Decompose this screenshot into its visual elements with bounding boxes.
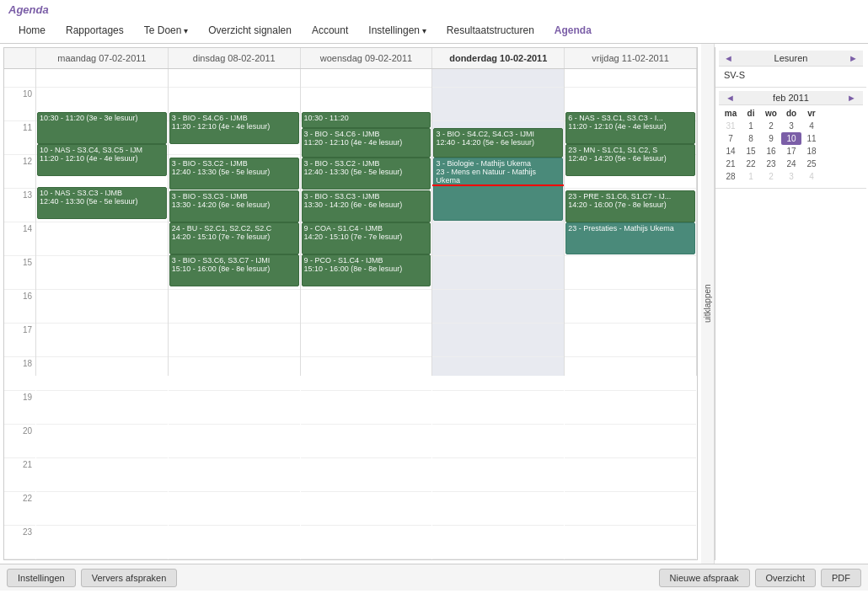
cal-day-31[interactable]: 31	[721, 120, 741, 132]
instellingen-button[interactable]: Instellingen	[7, 569, 76, 587]
event-tue-bu[interactable]: 24 - BU - S2.C1, S2.C2, S2.C 14:20 - 15:…	[169, 222, 299, 254]
hour-16-mon	[36, 290, 168, 324]
cal-day-15[interactable]: 15	[741, 145, 761, 158]
day-header-wed[interactable]: woensdag 09-02-2011	[301, 48, 433, 68]
event-wed-bio1[interactable]: 3 - BIO - S4.C6 - IJMB 11:20 - 12:10 (4e…	[302, 128, 431, 158]
nav-agenda[interactable]: Agenda	[544, 21, 602, 40]
event-subtitle: 11:20 - 12:10 (4e - 4e lesuur)	[172, 122, 297, 131]
event-thu-biologie[interactable]: 3 - Biologie - Mathijs Ukema 23 - Mens e…	[433, 158, 563, 221]
cal-day-3[interactable]: 3	[781, 120, 801, 132]
cal-day-17[interactable]: 17	[781, 145, 801, 158]
day-headers: maandag 07-02-2011 dinsdag 08-02-2011 wo…	[4, 48, 697, 69]
event-subtitle: 12:40 - 14:20 (5e - 6e lesuur)	[568, 154, 693, 163]
time-label-16: 16	[4, 290, 35, 324]
pdf-button[interactable]: PDF	[821, 569, 861, 587]
nav-overzicht[interactable]: Overzicht signalen	[198, 21, 302, 40]
cal-day-28[interactable]: 28	[721, 170, 741, 183]
event-subtitle: 13:30 - 14:20 (6e - 6e lesuur)	[304, 201, 429, 209]
cal-day-7[interactable]: 7	[721, 132, 741, 145]
nav-te-doen[interactable]: Te Doen	[134, 21, 198, 40]
cal-day-9[interactable]: 9	[761, 132, 781, 145]
hour-9-tue	[169, 69, 300, 88]
ververs-button[interactable]: Ververs afspraken	[81, 569, 178, 587]
event-wed-bio3[interactable]: 3 - BIO - S3.C3 - IJMB 13:30 - 14:20 (6e…	[302, 190, 431, 222]
hour-15-fri	[565, 256, 696, 290]
nieuwe-afspraak-button[interactable]: Nieuwe afspraak	[659, 569, 750, 587]
hour-20-fri	[565, 425, 696, 458]
event-subtitle: 12:40 - 13:30 (5e - 5e lesuur)	[304, 168, 429, 176]
cal-day-16[interactable]: 16	[761, 145, 781, 158]
event-tue-bio3[interactable]: 3 - BIO - S3.C3 - IJMB 13:30 - 14:20 (6e…	[169, 190, 299, 222]
cal-day-14[interactable]: 14	[721, 145, 741, 158]
cal-day-21[interactable]: 21	[721, 158, 741, 170]
event-title: 9 - COA - S1.C4 - IJMB	[304, 224, 429, 233]
event-tue-bio4[interactable]: 3 - BIO - S3.C6, S3.C7 - IJMI 15:10 - 16…	[169, 254, 299, 286]
hour-17-fri	[565, 324, 696, 357]
hour-22-fri	[565, 492, 696, 526]
cal-day-2[interactable]: 2	[761, 120, 781, 132]
nav-rapportages[interactable]: Rapportages	[56, 21, 134, 40]
uitklappen-button[interactable]: uitklappen	[701, 44, 715, 564]
nav-home[interactable]: Home	[8, 21, 56, 40]
bottom-left-buttons: Instellingen Ververs afspraken	[7, 569, 177, 587]
mini-cal-year: 2011	[788, 93, 808, 103]
hour-23-wed	[301, 526, 432, 559]
prev-lesuren[interactable]: ◄	[724, 53, 733, 63]
event-thu-bio1[interactable]: 3 - BIO - S4.C2, S4.C3 - IJMI 12:40 - 14…	[433, 128, 563, 158]
calendar: maandag 07-02-2011 dinsdag 08-02-2011 wo…	[3, 47, 698, 560]
calendar-body[interactable]: 4 5 6 7 8 9 10 11 12 13 14 15 16 17 18 1…	[4, 69, 697, 559]
hour-17-wed	[301, 324, 432, 357]
event-wed-1030[interactable]: 10:30 - 11:20	[302, 112, 431, 128]
day-header-mon[interactable]: maandag 07-02-2011	[36, 48, 169, 68]
mini-cal-grid: ma di wo do vr 31 1 2 3 4 7 8	[719, 105, 863, 185]
day-header-thu[interactable]: donderdag 10-02-2011	[432, 48, 565, 68]
next-lesuren[interactable]: ►	[849, 53, 858, 63]
app-title: Agenda	[0, 0, 868, 18]
event-tue-bio2[interactable]: 3 - BIO - S3.C2 - IJMB 12:40 - 13:30 (5e…	[169, 158, 299, 190]
day-header-fri[interactable]: vrijdag 11-02-2011	[565, 48, 697, 68]
mini-cal-month: feb	[773, 93, 785, 103]
event-wed-bio2[interactable]: 3 - BIO - S3.C2 - IJMB 12:40 - 13:30 (5e…	[302, 158, 431, 190]
event-wed-coa[interactable]: 9 - COA - S1.C4 - IJMB 14:20 - 15:10 (7e…	[302, 222, 431, 254]
nav-account[interactable]: Account	[302, 21, 358, 40]
nav-instellingen[interactable]: Instellingen	[358, 21, 437, 40]
cal-day-24[interactable]: 24	[781, 158, 801, 170]
cal-day-1[interactable]: 1	[741, 120, 761, 132]
time-label-9: 9	[4, 69, 35, 88]
time-label-20: 20	[4, 425, 35, 458]
mini-cal-next[interactable]: ►	[844, 93, 860, 103]
cal-day-8[interactable]: 8	[741, 132, 761, 145]
event-fri-nas[interactable]: 6 - NAS - S3.C1, S3.C3 - I... 11:20 - 12…	[565, 112, 695, 144]
event-wed-pco[interactable]: 9 - PCO - S1.C4 - IJMB 15:10 - 16:00 (8e…	[302, 254, 431, 286]
cal-day-18[interactable]: 18	[801, 145, 822, 158]
event-mon-nas2[interactable]: 10 - NAS - S3.C3 - IJMB 12:40 - 13:30 (5…	[37, 187, 167, 219]
event-title: 3 - BIO - S4.C2, S4.C3 - IJMI	[436, 130, 560, 138]
overzicht-button[interactable]: Overzicht	[755, 569, 816, 587]
event-fri-mn[interactable]: 23 - MN - S1.C1, S1.C2, S 12:40 - 14:20 …	[565, 144, 695, 176]
event-subtitle: 12:40 - 13:30 (5e - 5e lesuur)	[40, 197, 164, 206]
cal-day-22[interactable]: 22	[741, 158, 761, 170]
cal-day-23[interactable]: 23	[761, 158, 781, 170]
event-fri-prestaties[interactable]: 23 - Prestaties - Mathijs Ukema	[565, 222, 695, 254]
event-fri-pre[interactable]: 23 - PRE - S1.C6, S1.C7 - IJ... 14:20 - …	[565, 190, 695, 222]
cal-hdr-di: di	[741, 107, 761, 120]
cal-day-m1[interactable]: 1	[741, 170, 761, 183]
cal-day-10[interactable]: 10	[781, 132, 801, 145]
day-header-tue[interactable]: dinsdag 08-02-2011	[169, 48, 301, 68]
cal-day-m4[interactable]: 4	[801, 170, 822, 183]
time-label-15: 15	[4, 256, 35, 290]
cal-day-m2[interactable]: 2	[761, 170, 781, 183]
cal-day-25[interactable]: 25	[801, 158, 822, 170]
cal-day-m3[interactable]: 3	[781, 170, 801, 183]
day-col-wed: 10:30 - 11:20 3 - BIO - S4.C6 - IJMB 11:…	[301, 69, 433, 376]
event-subtitle: 12:40 - 14:20 (5e - 6e lesuur)	[436, 138, 560, 147]
event-title: 3 - BIO - S3.C3 - IJMB	[304, 192, 429, 201]
cal-day-11[interactable]: 11	[801, 132, 822, 145]
time-label-21: 21	[4, 458, 35, 492]
cal-day-4[interactable]: 4	[801, 120, 822, 132]
nav-resultaatstructuren[interactable]: Resultaatstructuren	[437, 21, 544, 40]
mini-cal-prev[interactable]: ◄	[722, 93, 738, 103]
event-mon-1030[interactable]: 10:30 - 11:20 (3e - 3e lesuur)	[37, 112, 167, 144]
event-mon-nas[interactable]: 10 - NAS - S3.C4, S3.C5 - IJM 11:20 - 12…	[37, 144, 167, 176]
event-tue-bio1[interactable]: 3 - BIO - S4.C6 - IJMB 11:20 - 12:10 (4e…	[169, 112, 299, 144]
